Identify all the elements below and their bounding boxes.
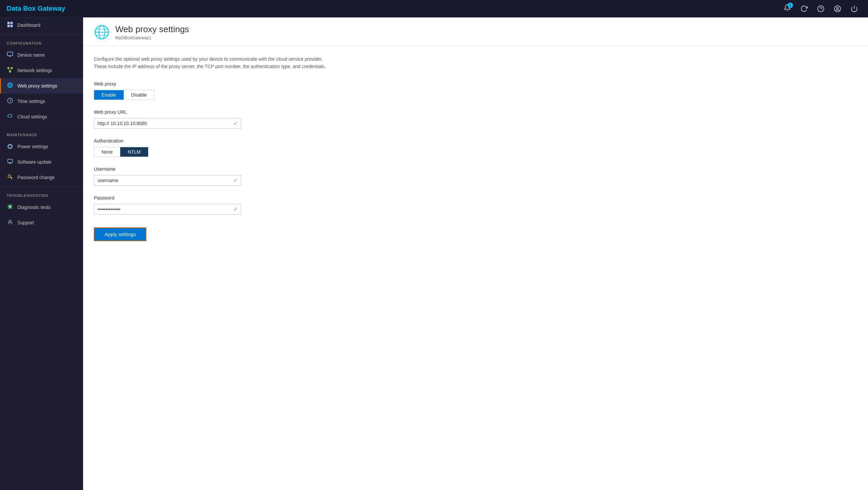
cloud-icon <box>7 113 13 120</box>
diagnostic-icon <box>7 204 13 211</box>
support-icon <box>7 219 13 226</box>
disable-button[interactable]: Disable <box>124 90 154 99</box>
svg-line-24 <box>10 100 11 101</box>
svg-rect-12 <box>7 67 9 69</box>
username-label: Username <box>94 166 857 172</box>
page-header: Web proxy settings MyDBoxGateway1 <box>83 18 868 46</box>
config-section-header: CONFIGURATION <box>0 36 83 47</box>
ntlm-button[interactable]: NTLM <box>120 147 148 156</box>
page-header-text: Web proxy settings MyDBoxGateway1 <box>115 24 189 40</box>
sidebar-webproxy-label: Web proxy settings <box>18 83 57 89</box>
sidebar-cloud-label: Cloud settings <box>18 114 47 119</box>
sidebar-divider-2 <box>0 126 83 126</box>
sidebar-item-power-settings[interactable]: Power settings <box>0 139 83 154</box>
sidebar-software-label: Software update <box>18 159 52 165</box>
svg-point-30 <box>8 175 11 177</box>
sidebar-item-web-proxy[interactable]: Web proxy settings <box>0 78 83 93</box>
page-header-icon <box>94 24 110 40</box>
authentication-label: Authentication <box>94 138 857 144</box>
sidebar-power-label: Power settings <box>18 144 48 149</box>
description-line2: These include the IP address of the prox… <box>94 64 326 69</box>
page-subtitle: MyDBoxGateway1 <box>115 35 189 40</box>
svg-rect-13 <box>11 67 13 69</box>
url-input[interactable] <box>94 118 241 129</box>
apply-settings-button[interactable]: Apply settings <box>94 227 146 241</box>
topbar: Data Box Gateway 1 <box>0 0 868 18</box>
password-icon <box>7 174 13 181</box>
notification-badge: 1 <box>787 3 793 8</box>
maintenance-section-header: MAINTENANCE <box>0 127 83 139</box>
url-input-wrapper: ✓ <box>94 118 241 129</box>
troubleshooting-section-header: TROUBLESHOOTING <box>0 188 83 200</box>
svg-line-15 <box>8 69 10 71</box>
username-input-wrapper: ✓ <box>94 175 241 186</box>
power-settings-icon <box>7 143 13 150</box>
webproxy-icon <box>7 82 13 90</box>
sidebar-device-label: Device name <box>18 52 45 58</box>
svg-line-32 <box>11 177 12 178</box>
web-proxy-url-section: Web proxy URL ✓ <box>94 109 857 129</box>
help-button[interactable] <box>814 2 828 15</box>
password-check-icon: ✓ <box>234 206 238 212</box>
dashboard-icon <box>7 22 13 29</box>
sidebar-password-label: Password change <box>18 175 55 180</box>
notification-button[interactable]: 1 <box>780 1 794 16</box>
description: Configure the optional web proxy setting… <box>94 55 355 70</box>
sidebar-divider-1 <box>0 34 83 34</box>
sidebar-time-label: Time settings <box>18 98 45 104</box>
username-check-icon: ✓ <box>234 177 238 183</box>
power-button[interactable] <box>847 2 861 15</box>
authentication-toggle: None NTLM <box>94 147 148 157</box>
username-section: Username ✓ <box>94 166 857 186</box>
refresh-button[interactable] <box>797 2 811 15</box>
topbar-icons: 1 <box>780 1 861 16</box>
content-body: Configure the optional web proxy setting… <box>83 46 868 251</box>
network-icon <box>7 67 13 74</box>
authentication-section: Authentication None NTLM <box>94 138 857 157</box>
sidebar-support-label: Support <box>18 220 34 225</box>
none-button[interactable]: None <box>94 147 120 156</box>
svg-point-3 <box>837 7 839 9</box>
svg-rect-14 <box>9 71 11 73</box>
sidebar-network-label: Network settings <box>18 68 52 73</box>
sidebar-item-network-settings[interactable]: Network settings <box>0 63 83 78</box>
main-layout: Dashboard CONFIGURATION Device name <box>0 18 868 490</box>
svg-rect-27 <box>8 159 12 163</box>
sidebar: Dashboard CONFIGURATION Device name <box>0 18 83 490</box>
sidebar-dashboard-label: Dashboard <box>18 23 40 28</box>
content-area: Web proxy settings MyDBoxGateway1 Config… <box>83 18 868 490</box>
sidebar-item-password-change[interactable]: Password change <box>0 170 83 185</box>
web-proxy-url-label: Web proxy URL <box>94 109 857 115</box>
svg-rect-7 <box>7 25 10 27</box>
account-button[interactable] <box>831 2 844 15</box>
sidebar-diagnostic-label: Diagnostic tests <box>18 205 51 210</box>
password-label: Password <box>94 195 857 201</box>
time-icon <box>7 97 13 105</box>
page-title: Web proxy settings <box>115 24 189 34</box>
device-icon <box>7 51 13 59</box>
svg-line-16 <box>10 69 12 71</box>
svg-rect-6 <box>10 22 13 24</box>
sidebar-item-cloud-settings[interactable]: Cloud settings <box>0 109 83 124</box>
password-input[interactable] <box>94 204 241 214</box>
web-proxy-toggle: Enable Disable <box>94 90 154 100</box>
sidebar-item-software-update[interactable]: Software update <box>0 154 83 170</box>
sidebar-item-dashboard[interactable]: Dashboard <box>0 18 83 33</box>
svg-rect-8 <box>10 25 13 27</box>
url-check-icon: ✓ <box>234 120 238 126</box>
password-input-wrapper: ✓ <box>94 204 241 214</box>
enable-button[interactable]: Enable <box>94 90 124 99</box>
sidebar-item-diagnostic-tests[interactable]: Diagnostic tests <box>0 200 83 215</box>
sidebar-divider-3 <box>0 186 83 187</box>
web-proxy-section: Web proxy Enable Disable <box>94 81 857 100</box>
sidebar-item-time-settings[interactable]: Time settings <box>0 93 83 109</box>
web-proxy-label: Web proxy <box>94 81 857 87</box>
app-title: Data Box Gateway <box>7 5 780 12</box>
username-input[interactable] <box>94 175 241 186</box>
svg-rect-9 <box>7 52 13 56</box>
sidebar-item-support[interactable]: Support <box>0 215 83 230</box>
description-line1: Configure the optional web proxy setting… <box>94 56 322 62</box>
sidebar-item-device-name[interactable]: Device name <box>0 47 83 63</box>
svg-rect-5 <box>7 22 10 24</box>
password-section: Password ✓ <box>94 195 857 214</box>
